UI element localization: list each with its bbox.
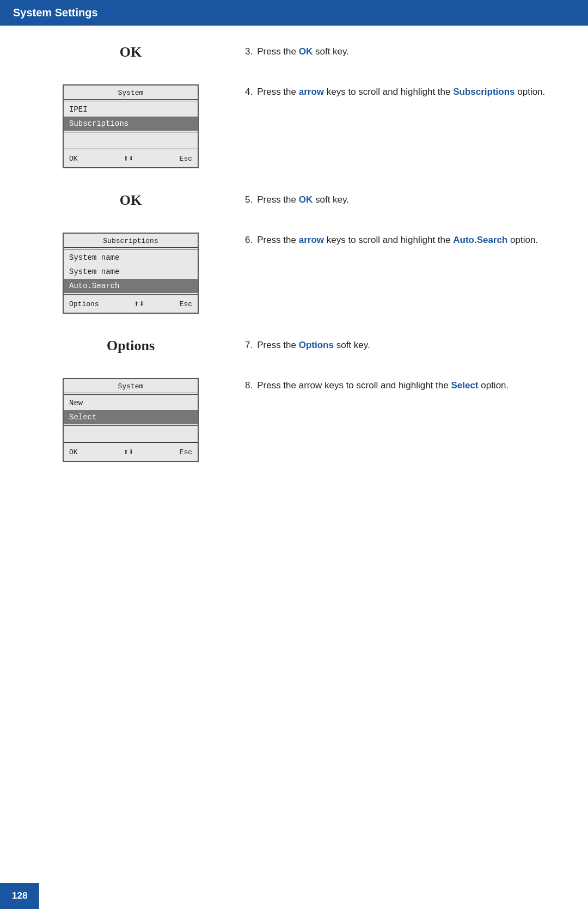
step-4-item-ipei: IPEI xyxy=(64,102,198,117)
step-6-blue-autosearch: Auto.Search xyxy=(453,235,507,245)
step-6-arrow-icon: ⬆⬇ xyxy=(134,298,144,309)
page-number: 128 xyxy=(12,890,27,901)
step-4-softkey-esc: Esc xyxy=(180,155,192,163)
page-footer: 128 xyxy=(0,883,39,909)
header-title: System Settings xyxy=(13,7,98,19)
step-8-divider-1 xyxy=(64,394,198,395)
step-4-divider-3 xyxy=(64,149,198,149)
step-8-row: System New Select OK ⬆⬇ Esc 8.Press the … xyxy=(33,376,555,462)
step-6-screen: Subscriptions System name System name Au… xyxy=(63,233,199,314)
step-6-row: Subscriptions System name System name Au… xyxy=(33,230,555,314)
step-6-softkey-options: Options xyxy=(69,300,99,308)
step-7-label: Options xyxy=(107,338,155,354)
page-header: System Settings xyxy=(0,0,588,26)
step-4-description: 4.Press the arrow keys to scroll and hig… xyxy=(229,82,555,99)
step-4-row: System IPEI Subscriptions OK ⬆⬇ Esc 4.Pr… xyxy=(33,82,555,168)
step-8-item-new: New xyxy=(64,396,198,410)
step-4-left: System IPEI Subscriptions OK ⬆⬇ Esc xyxy=(33,82,229,168)
step-8-left: System New Select OK ⬆⬇ Esc xyxy=(33,376,229,462)
step-8-arrow-icon: ⬆⬇ xyxy=(123,447,133,457)
step-4-screen-title: System xyxy=(64,86,198,100)
step-7-left: Options xyxy=(33,335,229,354)
step-4-arrow-icon: ⬆⬇ xyxy=(123,153,133,164)
step-8-description: 8.Press the arrow keys to scroll and hig… xyxy=(229,376,555,393)
step-8-screen-title: System xyxy=(64,379,198,393)
step-6-item-sysname2: System name xyxy=(64,265,198,279)
step-4-spacer xyxy=(64,133,198,148)
step-8-spacer xyxy=(64,427,198,441)
step-6-item-sysname1: System name xyxy=(64,251,198,265)
step-4-divider-1 xyxy=(64,101,198,101)
step-4-blue-subscriptions: Subscriptions xyxy=(453,87,514,97)
step-3-row: OK 3.Press the OK soft key. xyxy=(33,42,555,60)
step-8-divider-2 xyxy=(64,425,198,426)
step-6-blue-arrow: arrow xyxy=(299,235,324,245)
step-8-screen: System New Select OK ⬆⬇ Esc xyxy=(63,378,199,462)
step-8-softkey-ok: OK xyxy=(69,448,78,456)
step-6-screen-title: Subscriptions xyxy=(64,234,198,248)
step-3-number: 3. xyxy=(245,46,253,57)
step-6-divider-1 xyxy=(64,249,198,249)
main-content: OK 3.Press the OK soft key. System IPEI … xyxy=(0,26,588,516)
step-6-description: 6.Press the arrow keys to scroll and hig… xyxy=(229,230,555,247)
step-6-bottom-bar: Options ⬆⬇ Esc xyxy=(64,296,198,313)
step-3-left: OK xyxy=(33,42,229,60)
step-8-item-select: Select xyxy=(64,410,198,424)
step-4-item-subscriptions: Subscriptions xyxy=(64,117,198,131)
step-5-blue-ok: OK xyxy=(299,194,313,205)
step-4-number: 4. xyxy=(245,87,253,97)
step-4-softkey-ok: OK xyxy=(69,155,78,163)
step-4-divider-2 xyxy=(64,132,198,132)
step-6-item-autosearch: Auto.Search xyxy=(64,279,198,293)
step-7-description: 7.Press the Options soft key. xyxy=(229,335,555,352)
step-3-label: OK xyxy=(120,44,142,60)
step-4-bottom-bar: OK ⬆⬇ Esc xyxy=(64,150,198,167)
step-8-number: 8. xyxy=(245,380,253,391)
step-6-number: 6. xyxy=(245,235,253,245)
step-5-row: OK 5.Press the OK soft key. xyxy=(33,190,555,209)
step-5-left: OK xyxy=(33,190,229,209)
step-7-number: 7. xyxy=(245,340,253,350)
step-3-description: 3.Press the OK soft key. xyxy=(229,42,555,59)
step-3-blue-ok: OK xyxy=(299,46,313,57)
step-4-screen: System IPEI Subscriptions OK ⬆⬇ Esc xyxy=(63,84,199,168)
step-5-number: 5. xyxy=(245,194,253,205)
step-5-label: OK xyxy=(120,192,142,209)
step-6-left: Subscriptions System name System name Au… xyxy=(33,230,229,314)
step-6-divider-2 xyxy=(64,294,198,295)
step-8-blue-select: Select xyxy=(451,380,478,391)
step-7-blue-options: Options xyxy=(299,340,334,350)
step-6-softkey-esc: Esc xyxy=(180,300,192,308)
step-8-divider-3 xyxy=(64,442,198,443)
step-8-bottom-bar: OK ⬆⬇ Esc xyxy=(64,444,198,461)
step-4-blue-arrow: arrow xyxy=(299,87,324,97)
step-8-softkey-esc: Esc xyxy=(180,448,192,456)
step-7-row: Options 7.Press the Options soft key. xyxy=(33,335,555,354)
step-5-description: 5.Press the OK soft key. xyxy=(229,190,555,207)
